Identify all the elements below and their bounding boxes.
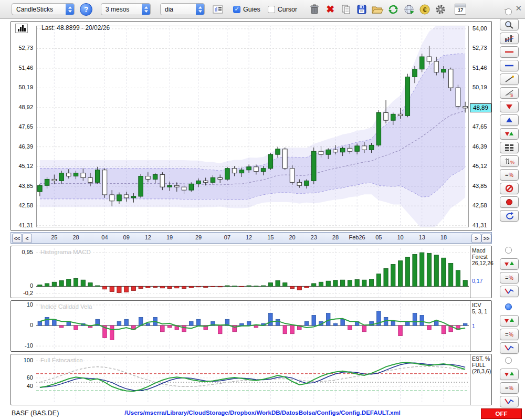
checkbox-empty-icon xyxy=(268,6,275,13)
stochastic-radio[interactable] xyxy=(505,357,512,364)
last-price-badge: 48,89 xyxy=(470,103,491,112)
x-axis-date-label: 12 xyxy=(145,234,151,240)
download-globe-button[interactable] xyxy=(401,3,417,16)
config-path-link[interactable]: /Users/mserra/Library/CloudStorage/Dropb… xyxy=(89,410,436,416)
x-axis-labels: 25280409121929071215202328Feb2605101318 xyxy=(36,233,469,243)
up-arrow-icon xyxy=(504,116,514,124)
cursor-checkbox[interactable]: Cursor xyxy=(268,6,298,13)
trendline-s-button[interactable]: S xyxy=(500,87,519,99)
settings-button[interactable] xyxy=(433,3,448,16)
disable-button[interactable] xyxy=(500,183,519,194)
period-select[interactable]: 3 mesos xyxy=(101,3,151,15)
icv-radio[interactable] xyxy=(505,303,512,310)
copy-button[interactable] xyxy=(338,3,354,16)
off-button[interactable]: OFF xyxy=(481,408,522,419)
zoom-icon xyxy=(504,20,514,29)
disable-icon xyxy=(504,184,514,193)
guies-label: Guies xyxy=(243,6,260,13)
chart-type-select[interactable]: CandleSticks xyxy=(12,3,75,15)
stochastic-wave-button[interactable] xyxy=(500,396,519,407)
red-hline-icon xyxy=(504,48,514,56)
table-button[interactable] xyxy=(500,142,519,153)
macd-wave-button[interactable] xyxy=(500,286,519,297)
price-axis-label: 52,73 xyxy=(472,45,487,51)
macd-value: 0,17 xyxy=(472,278,492,284)
zoom-tool-button[interactable] xyxy=(500,19,519,30)
buy-sell-signals-button[interactable] xyxy=(500,128,519,140)
refresh-button[interactable] xyxy=(385,3,401,16)
scroll-last-button[interactable]: >> xyxy=(481,234,491,243)
delete-button[interactable]: ✖ xyxy=(322,3,338,16)
down-arrow-button[interactable] xyxy=(500,101,519,112)
scroll-prev-button[interactable]: < xyxy=(22,234,32,243)
interval-select[interactable]: dia xyxy=(160,3,205,15)
delete-icon: ✖ xyxy=(326,4,334,14)
price-axis-label: 52,73 xyxy=(18,45,33,51)
price-axis-label: 43,85 xyxy=(472,183,487,189)
indicator-chart-button[interactable] xyxy=(500,33,519,44)
macd-axis: 0,950-0,2 xyxy=(11,246,35,298)
x-axis-date-label: Feb26 xyxy=(349,234,365,240)
record-button[interactable] xyxy=(500,196,519,208)
stochastic-signals-button[interactable] xyxy=(500,369,519,380)
icv-info-line: ICV xyxy=(472,302,492,308)
icv-value: 1 xyxy=(472,323,492,329)
macd-info-line: Forest xyxy=(472,254,492,260)
symbol-label: BASF (BAS.DE) xyxy=(12,410,59,417)
candlestick-plot[interactable] xyxy=(36,26,469,227)
icv-wave-button[interactable] xyxy=(500,342,519,354)
macd-signals-button[interactable] xyxy=(500,258,519,270)
price-axis-label: 51,46 xyxy=(18,65,33,71)
down-arrow-icon xyxy=(504,102,514,111)
red-hline-button[interactable] xyxy=(500,46,519,58)
x-axis-date-label: 15 xyxy=(267,234,274,240)
status-bar: BASF (BAS.DE) /Users/mserra/Library/Clou… xyxy=(0,407,525,420)
select-stepper-icon xyxy=(196,4,204,15)
gear-icon xyxy=(435,4,446,15)
price-axis-label: 50,19 xyxy=(18,84,33,90)
euro-icon: € xyxy=(419,4,430,15)
updown-percent-button[interactable]: % xyxy=(500,155,519,167)
trendline-s-icon: S xyxy=(504,89,514,97)
svg-text:%: % xyxy=(510,160,514,165)
refresh-data-button[interactable] xyxy=(500,210,519,222)
help-button[interactable]: ? xyxy=(80,3,92,16)
guies-checkbox[interactable]: ✓ Guies xyxy=(233,6,260,13)
price-axis-label: 45,12 xyxy=(472,163,487,169)
icv-plot[interactable] xyxy=(36,303,469,350)
icv-percent-button[interactable]: =% xyxy=(500,329,519,340)
macd-plot[interactable] xyxy=(36,248,469,297)
open-folder-button[interactable] xyxy=(370,3,385,16)
trash-button[interactable] xyxy=(307,3,322,16)
macd-panel: Histograma MACD 0,950-0,2 Macd Forest 26… xyxy=(10,246,492,298)
equals-percent-button[interactable]: =% xyxy=(500,169,519,181)
stochastic-axis-label: 60 xyxy=(27,374,33,381)
price-axis-left: 52,7351,4650,1948,9247,6546,3945,1243,85… xyxy=(11,22,35,230)
stochastic-plot[interactable] xyxy=(36,356,469,404)
trendline-icon xyxy=(504,75,514,83)
calendar-button[interactable]: 17 xyxy=(453,3,468,16)
macd-axis-label: -0,2 xyxy=(23,290,33,296)
scroll-next-button[interactable]: > xyxy=(471,234,481,243)
price-axis-label: 43,85 xyxy=(18,183,33,189)
equals-percent-icon: =% xyxy=(504,384,514,392)
main-chart-radio[interactable] xyxy=(505,8,512,15)
scroll-first-button[interactable]: << xyxy=(12,234,22,243)
blue-hline-button[interactable] xyxy=(500,60,519,71)
chart-type-value: CandleSticks xyxy=(16,6,53,13)
mini-config-icon[interactable] xyxy=(210,3,226,16)
macd-radio[interactable] xyxy=(505,247,512,254)
macd-percent-button[interactable]: =% xyxy=(500,272,519,284)
euro-button[interactable]: € xyxy=(417,3,433,16)
up-arrow-button[interactable] xyxy=(500,114,519,126)
macd-info-line: 26,12,26 xyxy=(472,260,492,266)
stochastic-percent-button[interactable]: =% xyxy=(500,382,519,394)
stochastic-info: EST. % FULL (28,3,6) xyxy=(470,354,492,405)
macd-axis-label: 0 xyxy=(30,282,33,289)
icv-signals-button[interactable] xyxy=(500,315,519,327)
stochastic-panel: Full Estocastico 1006040 EST. % FULL (28… xyxy=(10,354,492,405)
tool-sidebar: S % =% =% =% =% xyxy=(496,0,525,420)
trendline-button[interactable] xyxy=(500,74,519,85)
price-axis-label: 41,31 xyxy=(18,222,33,228)
save-button[interactable] xyxy=(354,3,370,16)
